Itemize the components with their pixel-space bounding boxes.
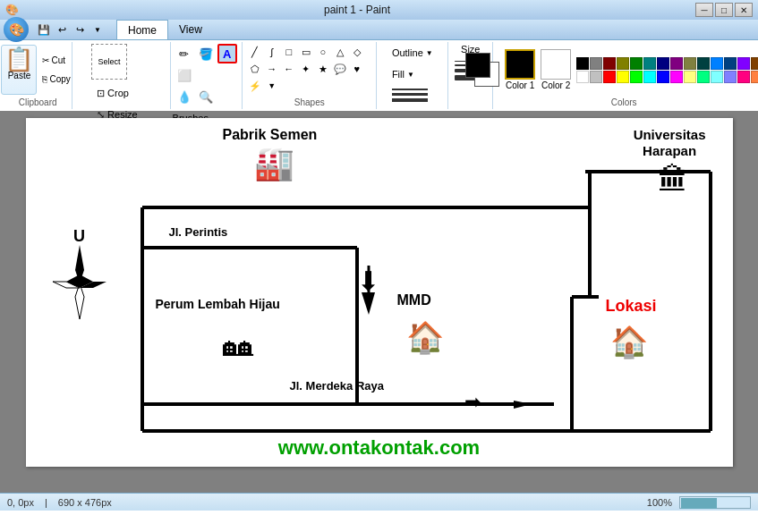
shape-ellipse[interactable]: ○ [315,44,331,60]
swatch-purple[interactable] [670,57,683,70]
swatch-brown[interactable] [751,57,758,70]
tools-group: ✏ 🪣 A ⬜ 💧 🔍 Brushes Tools [171,42,243,109]
lokasi-label: Lokasi [605,297,656,316]
select-button[interactable]: Select [91,44,127,80]
crop-button[interactable]: ⊡ Crop [91,83,134,103]
magnifier-tool[interactable]: 🔍 [196,87,216,106]
of-content: Outline ▼ Fill ▼ [388,44,437,107]
color2-swatch[interactable] [541,49,571,80]
zoom-slider[interactable] [679,496,751,509]
shape-star5[interactable]: ★ [315,61,331,77]
swatch-violet[interactable] [737,57,750,70]
color1-button[interactable]: Color 1 [505,49,535,90]
color-palette [576,57,758,83]
swatch-brightblue[interactable] [657,71,669,83]
lokasi-icon: 🏠 [610,324,648,359]
line-style-3[interactable] [392,98,428,102]
swatch-magenta[interactable] [670,71,683,83]
shape-star4[interactable]: ✦ [298,61,314,77]
svg-text:U: U [73,227,85,245]
color2-label: Color 2 [541,80,570,90]
redo-quick-button[interactable]: ↪ [72,21,88,38]
swatch-blue[interactable] [711,57,723,70]
pencil-tool[interactable]: ✏ [175,44,194,63]
fill-tool[interactable]: 🪣 [196,44,216,63]
text-tool[interactable]: A [217,44,237,63]
swatch-red[interactable] [603,71,616,83]
paint-orb-button[interactable]: 🎨 [4,17,29,42]
ribbon-tab-bar: Home View [109,20,754,39]
status-size: 690 x 476px [58,497,112,508]
undo-quick-button[interactable]: ↩ [54,21,70,38]
swatch-springgreen[interactable] [697,71,710,83]
swatch-lime[interactable] [630,71,643,83]
shape-line[interactable]: ╱ [247,44,263,60]
swatch-olive[interactable] [617,57,629,70]
close-button[interactable]: ✕ [735,3,753,17]
shape-curve[interactable]: ∫ [264,44,280,60]
shape-rect[interactable]: □ [281,44,297,60]
minimize-button[interactable]: ─ [695,3,713,17]
shapes-label: Shapes [294,97,325,107]
shape-diamond[interactable]: ◇ [349,44,365,60]
eraser-tool[interactable]: ⬜ [175,65,194,85]
tab-view[interactable]: View [168,20,213,39]
status-separator: | [45,497,47,508]
swatch-lightyellow[interactable] [684,71,696,83]
swatch-teal[interactable] [643,57,656,70]
svg-marker-19 [75,283,84,319]
paint-canvas[interactable]: Pabrik Semen 🏭 UniversitasHarapan 🏛 Jl. … [26,118,733,467]
color2-button[interactable]: Color 2 [541,49,571,90]
shape-callout[interactable]: 💬 [332,61,348,77]
zoom-level: 100% [647,497,672,508]
colorpicker-tool[interactable]: 💧 [175,87,194,106]
line-style-2[interactable] [392,93,428,96]
tab-home[interactable]: Home [116,20,168,39]
shape-heart[interactable]: ♥ [349,61,365,77]
swatch-darkteal[interactable] [697,57,710,70]
swatch-hotpink[interactable] [737,71,750,83]
jl-perintis-label: Jl. Perintis [169,225,228,239]
zoom-handle [681,498,717,509]
qa-dropdown-button[interactable]: ▼ [89,21,106,38]
maximize-button[interactable]: □ [715,3,733,17]
color1-label: Color 1 [506,80,534,90]
swatch-green[interactable] [630,57,643,70]
outline-button[interactable]: Outline ▼ [388,44,437,62]
copy-button[interactable]: ⎘ Copy [38,71,73,89]
canvas-area: Pabrik Semen 🏭 UniversitasHarapan 🏛 Jl. … [0,111,758,493]
swatch-darkred[interactable] [603,57,616,70]
line-style-1[interactable] [392,89,428,90]
swatch-black[interactable] [576,57,589,70]
paste-button[interactable]: 📋 Paste [1,45,37,95]
image-row-1: ⊡ Crop [91,83,134,103]
swatch-gray[interactable] [590,57,602,70]
shape-pentagon[interactable]: ⬠ [247,61,263,77]
swatch-white[interactable] [576,71,589,83]
shape-roundrect[interactable]: ▭ [298,44,314,60]
swatch-olivedark[interactable] [684,57,696,70]
swatch-orange[interactable] [751,71,758,83]
swatch-navy[interactable] [657,57,669,70]
shape-arrow-left[interactable]: ← [281,61,297,77]
swatch-silver[interactable] [590,71,602,83]
swatch-lightcyan[interactable] [711,71,723,83]
color1-display[interactable] [465,53,490,78]
save-quick-button[interactable]: 💾 [36,21,52,38]
swatch-yellow[interactable] [617,71,629,83]
shape-lightning[interactable]: ⚡ [247,78,263,94]
shapes-more[interactable]: ▼ [264,78,280,94]
swatch-cyan[interactable] [643,71,656,83]
swatch-darkblue[interactable] [724,57,737,70]
mmd-label: MMD [397,292,431,308]
fill-button[interactable]: Fill ▼ [388,65,418,83]
colors-group: Color 1 Color 2 [493,42,754,109]
color1-swatch[interactable] [505,49,535,80]
shape-arrow-right[interactable]: → [264,61,280,77]
colors-label: Colors [611,97,637,107]
mmd-icon: 🏠 [406,319,444,355]
shape-triangle[interactable]: △ [332,44,348,60]
color-swatches-overlay [465,53,499,87]
swatch-lightblue[interactable] [724,71,737,83]
cut-button[interactable]: ✂ Cut [38,52,73,70]
